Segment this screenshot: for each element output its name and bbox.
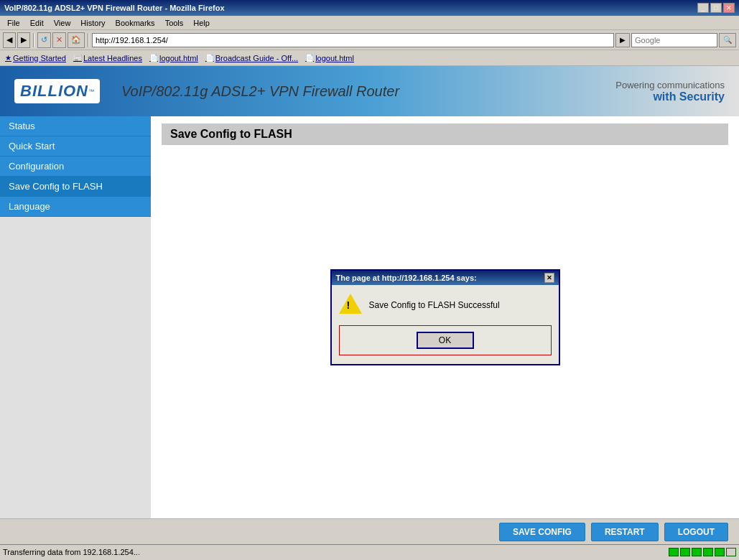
progress-block-4 [703,548,713,556]
router-body: Status Quick Start Configuration Save Co… [0,116,739,518]
forward-button[interactable]: ▶ [17,32,30,48]
sidebar-item-save-config[interactable]: Save Config to FLASH [0,177,151,197]
bookmark-logout1[interactable]: 📄 logout.html [147,53,200,63]
dialog-message: Save Config to FLASH Successful [369,300,500,310]
router-header: BILLION ™ VoIP/802.11g ADSL2+ VPN Firewa… [0,66,739,116]
progress-block-3 [692,548,702,556]
sidebar-item-language[interactable]: Language [0,197,151,217]
page-icon-3: 📄 [305,54,314,62]
maximize-button[interactable]: □ [710,3,722,13]
dialog-body: Save Config to FLASH Successful OK [332,285,559,364]
router-product-title: VoIP/802.11g ADSL2+ VPN Firewall Router [121,83,399,100]
progress-block-2 [680,548,690,556]
minimize-button[interactable]: _ [697,3,709,13]
page-title: Save Config to FLASH [162,123,728,145]
page-icon-2: 📄 [205,54,214,62]
back-button[interactable]: ◀ [3,32,16,48]
bookmarks-bar: ★ Getting Started 📰 Latest Headlines 📄 l… [0,50,739,66]
dialog-close-button[interactable]: ✕ [544,273,554,283]
dialog-title-text: The page at http://192.168.1.254 says: [336,274,477,282]
progress-block-1 [669,548,679,556]
warning-triangle [339,294,362,314]
brand-name: BILLION [20,82,88,101]
bookmark-broadcast-guide[interactable]: 📄 Broadcast Guide - Off... [203,53,300,63]
save-config-button[interactable]: SAVE CONFIG [499,523,585,541]
close-button[interactable]: ✕ [723,3,735,13]
menu-edit[interactable]: Edit [26,18,48,28]
progress-block-6 [726,548,736,556]
menu-help[interactable]: Help [189,18,214,28]
dialog-overlay: The page at http://192.168.1.254 says: ✕… [151,116,739,518]
alert-dialog: The page at http://192.168.1.254 says: ✕… [330,269,560,365]
sidebar-item-quick-start[interactable]: Quick Start [0,136,151,157]
menu-tools[interactable]: Tools [161,18,188,28]
page-icon-1: 📄 [149,54,158,62]
home-button[interactable]: 🏠 [68,32,85,48]
progress-block-5 [715,548,725,556]
reload-button[interactable]: ↺ [37,32,51,48]
status-bar: Transferring data from 192.168.1.254... [0,544,739,559]
powering-label: Powering communications [615,80,725,90]
sidebar-item-configuration[interactable]: Configuration [0,157,151,177]
menu-bookmarks[interactable]: Bookmarks [111,18,159,28]
search-input[interactable] [631,33,717,47]
status-text: Transferring data from 192.168.1.254... [3,548,140,556]
menu-view[interactable]: View [50,18,75,28]
dialog-button-area: OK [339,325,552,355]
warning-icon [339,294,362,317]
dialog-ok-button[interactable]: OK [417,332,474,349]
menu-bar: File Edit View History Bookmarks Tools H… [0,16,739,30]
progress-indicator [669,548,736,556]
router-ui: BILLION ™ VoIP/802.11g ADSL2+ VPN Firewa… [0,66,739,544]
star-icon: ★ [5,54,11,62]
toolbar: ◀ ▶ ↺ ✕ 🏠 ▶ 🔍 [0,30,739,50]
menu-file[interactable]: File [3,18,24,28]
bottom-bar: SAVE CONFIG RESTART LOGOUT [0,518,739,544]
trademark-symbol: ™ [88,88,94,95]
go-button[interactable]: ▶ [615,33,630,47]
bookmark-latest-headlines[interactable]: 📰 Latest Headlines [71,53,144,63]
address-input[interactable] [92,33,614,47]
separator [33,33,34,47]
dialog-title-bar: The page at http://192.168.1.254 says: ✕ [332,271,559,285]
browser-content: BILLION ™ VoIP/802.11g ADSL2+ VPN Firewa… [0,66,739,544]
bookmark-getting-started[interactable]: ★ Getting Started [3,53,68,63]
security-label: with Security [615,90,725,103]
stop-button[interactable]: ✕ [52,32,66,48]
sidebar-item-status[interactable]: Status [0,116,151,136]
window-controls[interactable]: _ □ ✕ [697,3,735,13]
powering-text: Powering communications with Security [615,80,725,103]
main-content: Save Config to FLASH The page at http://… [151,116,739,518]
menu-history[interactable]: History [76,18,109,28]
search-bar: 🔍 [631,33,736,47]
sidebar: Status Quick Start Configuration Save Co… [0,116,151,518]
title-bar: VoIP/802.11g ADSL2+ VPN Firewall Router … [0,0,739,16]
restart-button[interactable]: RESTART [591,523,659,541]
bookmark-logout2[interactable]: 📄 logout.html [303,53,356,63]
billion-logo: BILLION ™ [14,79,100,103]
dialog-message-row: Save Config to FLASH Successful [339,294,552,317]
address-bar: ▶ [92,33,630,47]
logout-button[interactable]: LOGOUT [664,523,728,541]
window-title: VoIP/802.11g ADSL2+ VPN Firewall Router … [4,4,225,12]
separator2 [88,33,89,47]
search-button[interactable]: 🔍 [719,33,736,47]
news-icon: 📰 [73,54,82,62]
